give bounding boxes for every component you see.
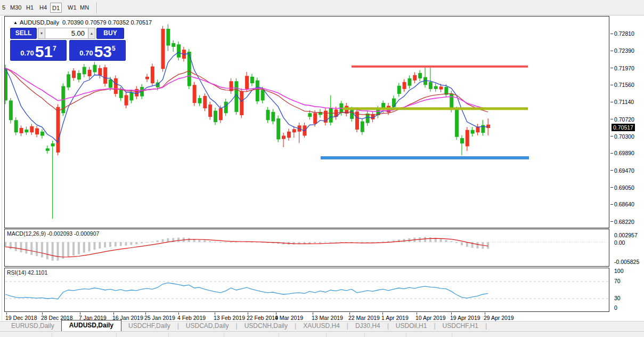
sell-price-prefix: 0.70 xyxy=(20,48,34,59)
strip-mark xyxy=(168,333,169,336)
price-tick xyxy=(610,102,613,102)
chart-tab-bar: EURUSD,DailyAUDUSD,DailyUSDCHF,Daily|USD… xyxy=(0,321,644,331)
tab-usdoil-h1[interactable]: USDOil,H1 xyxy=(389,321,434,331)
sell-price-pip: 7 xyxy=(53,41,56,57)
price-axis-label: 0.71970 xyxy=(614,65,634,71)
macd-label: MACD(12,26,9) -0.002093 -0.000907 xyxy=(7,230,99,237)
timeframe-mn[interactable]: MN xyxy=(78,3,91,13)
tab-audusd-daily[interactable]: AUDUSD,Daily xyxy=(61,320,121,331)
price-tick xyxy=(610,85,613,85)
strip-mark xyxy=(406,333,406,336)
tab-usdchf-daily[interactable]: USDCHF,Daily xyxy=(121,321,177,331)
price-axis-label: 0.71140 xyxy=(614,99,634,105)
volume-increase-button[interactable]: ▲ xyxy=(88,28,95,39)
price-chart-panel[interactable]: ▲AUDUSD,Daily 0.70390 0.70579 0.70352 0.… xyxy=(4,16,609,228)
timeframe-m30[interactable]: M30 xyxy=(9,3,23,13)
tab-usdcnh-daily[interactable]: USDCNH,Daily xyxy=(238,321,295,331)
date-axis-label: 22 Feb 2019 xyxy=(247,315,278,321)
symbol-marker-icon: ▲ xyxy=(13,20,18,25)
price-tick xyxy=(610,170,613,171)
price-axis-label: 0.72810 xyxy=(614,30,634,37)
rsi-label: RSI(14) 42.1101 xyxy=(7,269,47,276)
volume-input[interactable] xyxy=(45,28,88,39)
date-axis-label: 4 Mar 2019 xyxy=(275,315,303,321)
rsi-axis-label: 0 xyxy=(614,304,617,311)
price-tick xyxy=(610,204,613,205)
strip-mark xyxy=(279,333,279,336)
price-axis-label: 0.70720 xyxy=(614,116,634,123)
date-axis-label: 1 Apr 2019 xyxy=(381,315,409,321)
date-axis-label: 19 Dec 2018 xyxy=(5,315,37,321)
price-tick xyxy=(610,153,613,154)
timeframe-h4[interactable]: H4 xyxy=(38,3,48,13)
date-axis-label: 13 Feb 2019 xyxy=(214,315,245,321)
price-tick xyxy=(610,34,613,34)
date-axis-label: 10 Apr 2019 xyxy=(415,315,446,321)
date-axis-label: 19 Apr 2019 xyxy=(450,315,480,321)
tab-xauusd-h4[interactable]: XAUUSD,H4 xyxy=(296,321,347,331)
timeframe-h1[interactable]: H1 xyxy=(25,3,35,13)
strip-mark xyxy=(364,333,365,336)
chart-ohlc-values: 0.70390 0.70579 0.70352 0.70517 xyxy=(62,19,152,26)
strip-mark xyxy=(52,333,52,336)
price-axis-label: 0.72390 xyxy=(614,47,634,54)
tab-dj30-h4[interactable]: DJ30,H4 xyxy=(348,321,387,331)
tab-usdchf-h1[interactable]: USDCHF,H1 xyxy=(436,321,485,331)
rsi-axis-label: 30 xyxy=(614,295,621,301)
price-axis-label: 0.70300 xyxy=(614,133,634,140)
timeframe-5[interactable]: 5 xyxy=(1,3,7,13)
price-axis-label: 0.69050 xyxy=(614,184,634,191)
price-axis: 0.728100.723900.719700.715600.711400.707… xyxy=(610,15,644,321)
timeframe-d1[interactable]: D1 xyxy=(50,3,62,13)
buy-price-box[interactable]: 0.70 53 5 xyxy=(69,40,126,61)
date-axis-label: 13 Mar 2019 xyxy=(312,315,343,321)
price-tick xyxy=(610,51,613,51)
buy-price-prefix: 0.70 xyxy=(79,48,93,59)
price-tick xyxy=(610,119,613,119)
macd-axis-label: 0.00 xyxy=(614,239,625,246)
date-axis-label: 22 Mar 2019 xyxy=(348,315,380,321)
sell-price-main: 51 xyxy=(35,45,53,59)
strip-mark xyxy=(224,333,224,336)
rsi-chart xyxy=(5,268,609,311)
price-axis-label: 0.68640 xyxy=(614,201,634,207)
strip-mark xyxy=(326,333,327,336)
price-tick xyxy=(610,221,613,222)
date-axis-label: 4 Feb 2019 xyxy=(177,315,206,321)
buy-price-main: 53 xyxy=(94,45,112,59)
strip-mark xyxy=(116,333,117,336)
price-tick xyxy=(610,187,613,188)
price-tick xyxy=(610,136,613,137)
tab-eurusd-daily[interactable]: EURUSD,Daily xyxy=(4,321,61,331)
one-click-trading-panel: SELL ▼ ▲ BUY 0.70 51 7 0.70 53 5 xyxy=(10,28,127,61)
strip-mark xyxy=(452,333,452,336)
sell-price-box[interactable]: 0.70 51 7 xyxy=(10,40,67,61)
timeframe-w1[interactable]: W1 xyxy=(66,3,78,13)
price-axis-label: 0.69470 xyxy=(614,167,634,174)
rsi-indicator-panel[interactable]: RSI(14) 42.1101 xyxy=(4,268,609,312)
price-axis-label: 0.69890 xyxy=(614,150,634,156)
current-price-tag: 0.70517 xyxy=(612,124,635,131)
chart-window: ▲AUDUSD,Daily 0.70390 0.70579 0.70352 0.… xyxy=(0,15,644,321)
window-left-edge xyxy=(2,17,2,320)
volume-decrease-button[interactable]: ▼ xyxy=(38,28,45,39)
date-axis-label: 29 Apr 2019 xyxy=(484,315,514,321)
rsi-axis-label: 100 xyxy=(614,268,624,274)
tab-usdcad-daily[interactable]: USDCAD,Daily xyxy=(179,321,236,331)
buy-price-pip: 5 xyxy=(112,41,116,57)
macd-axis-label: -0.005825 xyxy=(614,259,639,265)
price-axis-label: 0.68220 xyxy=(614,219,634,225)
toolbar-separator xyxy=(96,2,97,13)
macd-axis-label: 0.002957 xyxy=(614,232,638,238)
buy-button[interactable]: BUY xyxy=(96,28,124,39)
bottom-status-strip xyxy=(0,331,644,337)
sell-button[interactable]: SELL xyxy=(10,28,37,39)
price-axis-label: 0.71560 xyxy=(614,82,634,88)
chart-title: ▲AUDUSD,Daily 0.70390 0.70579 0.70352 0.… xyxy=(13,19,152,26)
trading-terminal-window: 5M30H1H4D1W1MN ▲AUDUSD,Daily 0.70390 0.7… xyxy=(0,0,644,337)
timeframe-toolbar: 5M30H1H4D1W1MN xyxy=(0,0,644,15)
tab-separator: | xyxy=(485,322,487,331)
macd-indicator-panel[interactable]: MACD(12,26,9) -0.002093 -0.000907 xyxy=(4,229,609,267)
date-axis-label: 25 Jan 2019 xyxy=(144,315,175,321)
chart-symbol: AUDUSD,Daily xyxy=(20,19,59,26)
